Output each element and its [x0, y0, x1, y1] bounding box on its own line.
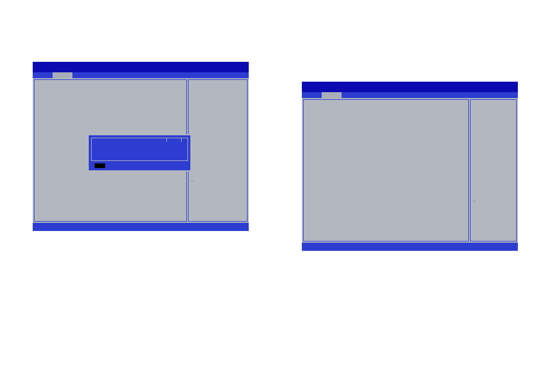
dialog-button[interactable] — [95, 163, 105, 168]
content-area: :- — [33, 78, 249, 223]
handle-icon: :- — [191, 179, 193, 183]
dialog-tab[interactable] — [166, 138, 182, 142]
content-area: :- — [302, 98, 518, 243]
dialog[interactable] — [88, 134, 192, 172]
window-right: :- — [302, 82, 518, 251]
dialog-body — [91, 138, 188, 161]
right-pane[interactable]: :- — [470, 99, 517, 242]
handle-icon: :- — [473, 199, 475, 202]
titlebar[interactable] — [302, 82, 518, 92]
tab[interactable] — [53, 72, 72, 78]
window-left: :- — [33, 62, 249, 231]
left-pane[interactable] — [303, 99, 469, 242]
right-pane[interactable]: :- — [188, 79, 248, 222]
statusbar — [33, 223, 249, 231]
tab[interactable] — [322, 92, 342, 98]
titlebar[interactable] — [33, 62, 249, 72]
statusbar — [302, 243, 518, 251]
